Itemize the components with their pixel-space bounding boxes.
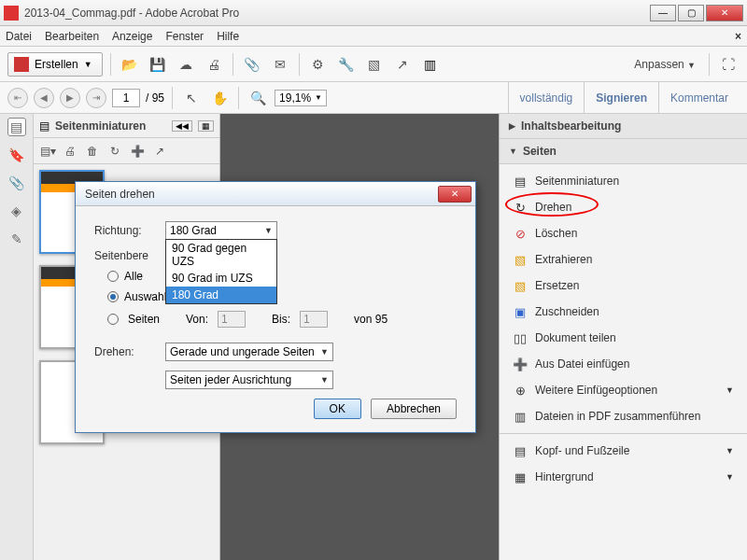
radio-pages[interactable]: Seiten Von: Bis: von 95 — [107, 311, 457, 328]
layers-icon[interactable]: ◈ — [7, 202, 26, 220]
link-vollstaendig[interactable]: vollständig — [508, 82, 585, 114]
close-button[interactable]: ✕ — [706, 5, 743, 21]
tool-seitenminiaturen[interactable]: ▤Seitenminiaturen — [500, 168, 747, 194]
maximize-button[interactable]: ▢ — [678, 5, 704, 21]
option-180[interactable]: 180 Grad — [166, 287, 276, 303]
menu-datei[interactable]: Datei — [6, 30, 32, 43]
tool-icon[interactable]: 🔧 — [335, 53, 358, 76]
zoom-combo[interactable]: 19,1% ▼ — [275, 90, 327, 106]
tool-drehen[interactable]: ↻Drehen — [500, 194, 747, 220]
panel-prev-button[interactable]: ◀◀ — [172, 120, 192, 132]
next-page-button[interactable]: ▶ — [60, 88, 80, 108]
attach-icon[interactable]: 📎 — [241, 53, 263, 76]
separator — [709, 53, 710, 76]
last-page-button[interactable]: ⇥ — [86, 88, 106, 108]
radio-icon — [107, 271, 119, 282]
tool-aus-datei-einfuegen[interactable]: ➕Aus Datei einfügen — [500, 351, 747, 377]
tool-weitere-einfuegeoptionen[interactable]: ⊕Weitere Einfügeoptionen▼ — [500, 377, 747, 403]
prev-page-button[interactable]: ◀ — [34, 88, 54, 108]
separator — [172, 87, 173, 109]
thumb-delete-icon[interactable]: 🗑 — [84, 143, 101, 160]
fullscreen-icon[interactable]: ⛶ — [717, 53, 740, 76]
radio-selection[interactable]: Auswahl — [107, 290, 457, 303]
tool-extrahieren[interactable]: ▧Extrahieren — [500, 246, 747, 273]
cancel-button[interactable]: Abbrechen — [371, 399, 457, 419]
customize-button[interactable]: Anpassen ▼ — [628, 58, 701, 71]
tool-hintergrund[interactable]: ▦Hintergrund▼ — [500, 464, 747, 490]
dialog-close-button[interactable]: ✕ — [438, 186, 472, 203]
thumb-insert-icon[interactable]: ➕ — [129, 143, 146, 160]
thumb-rotate-icon[interactable]: ↻ — [106, 143, 123, 160]
tool-loeschen[interactable]: ⊘Löschen — [500, 220, 747, 246]
to-input[interactable] — [300, 311, 328, 328]
bookmark-icon[interactable]: 🔖 — [7, 146, 26, 164]
direction-combo[interactable]: 180 Grad ▼ 90 Grad gegen UZS 90 Grad im … — [165, 221, 277, 240]
toolbar-primary: Erstellen ▼ 📂 💾 ☁ 🖨 📎 ✉ ⚙ 🔧 ▧ ↗ ▥ Anpass… — [0, 47, 747, 82]
export-icon[interactable]: ↗ — [391, 53, 414, 76]
parity-combo[interactable]: Gerade und ungerade Seiten ▼ — [165, 343, 333, 361]
zoom-value: 19,1% — [279, 91, 311, 105]
panel-menu-button[interactable]: ▦ — [198, 120, 214, 132]
delete-icon: ⊘ — [513, 226, 528, 241]
crop-icon: ▣ — [513, 304, 528, 319]
tool-zusammenfuehren[interactable]: ▥Dateien in PDF zusammenführen — [500, 403, 747, 429]
dialog-title: Seiten drehen — [85, 188, 438, 201]
thumbnails-icon[interactable]: ▤ — [7, 118, 26, 136]
from-input[interactable] — [218, 311, 246, 328]
tool-kopf-fusszeile[interactable]: ▤Kopf- und Fußzeile▼ — [500, 438, 747, 464]
background-icon: ▦ — [513, 469, 528, 484]
option-90-ccw[interactable]: 90 Grad gegen UZS — [166, 240, 276, 270]
ocr-icon[interactable]: ▧ — [363, 53, 386, 76]
hand-tool-icon[interactable]: ✋ — [208, 87, 231, 109]
gear-icon[interactable]: ⚙ — [307, 53, 330, 76]
extract-icon: ▧ — [513, 252, 528, 267]
link-kommentar[interactable]: Kommentar — [658, 82, 740, 114]
tool-zuschneiden[interactable]: ▣Zuschneiden — [500, 299, 747, 325]
chevron-down-icon: ▼ — [315, 93, 322, 102]
link-signieren[interactable]: Signieren — [584, 82, 658, 114]
color-icon[interactable]: ▥ — [419, 53, 442, 76]
minimize-button[interactable]: — — [650, 5, 676, 21]
chevron-right-icon: ▶ — [509, 121, 515, 131]
toolbar-navigation: ⇤ ◀ ▶ ⇥ / 95 ↖ ✋ 🔍 19,1% ▼ vollständig S… — [0, 82, 747, 114]
option-90-cw[interactable]: 90 Grad im UZS — [166, 270, 276, 287]
menu-anzeige[interactable]: Anzeige — [112, 30, 152, 43]
select-tool-icon[interactable]: ↖ — [180, 87, 203, 109]
mail-icon[interactable]: ✉ — [269, 53, 291, 76]
orientation-combo[interactable]: Seiten jeder Ausrichtung ▼ — [165, 371, 333, 389]
create-button[interactable]: Erstellen ▼ — [7, 52, 103, 77]
menubar-close-icon[interactable]: × — [735, 30, 741, 43]
attachment-icon[interactable]: 📎 — [7, 174, 26, 192]
combine-icon: ▥ — [513, 409, 528, 424]
section-inhaltsbearbeitung[interactable]: ▶ Inhaltsbearbeitung — [500, 114, 747, 139]
direction-value: 180 Grad — [170, 224, 217, 237]
rotate-icon: ↻ — [513, 200, 528, 215]
section-seiten[interactable]: ▼ Seiten — [500, 139, 747, 164]
split-icon: ▯▯ — [513, 330, 528, 345]
menu-bearbeiten[interactable]: Bearbeiten — [45, 30, 99, 43]
window-title: 2013-04_Commag.pdf - Adobe Acrobat Pro — [24, 7, 650, 20]
tool-dokument-teilen[interactable]: ▯▯Dokument teilen — [500, 325, 747, 351]
zoom-icon[interactable]: 🔍 — [247, 87, 269, 109]
chevron-down-icon: ▼ — [726, 385, 734, 395]
separator — [110, 53, 111, 76]
cloud-icon[interactable]: ☁ — [175, 53, 197, 76]
page-number-input[interactable] — [112, 89, 140, 107]
separator — [299, 53, 300, 76]
chevron-down-icon: ▼ — [509, 147, 517, 156]
first-page-button[interactable]: ⇤ — [7, 88, 28, 108]
ok-button[interactable]: OK — [314, 399, 361, 419]
dialog-titlebar[interactable]: Seiten drehen ✕ — [76, 182, 475, 206]
thumb-options-icon[interactable]: ▤▾ — [39, 143, 56, 160]
print-icon[interactable]: 🖨 — [203, 53, 225, 76]
signatures-icon[interactable]: ✎ — [7, 230, 26, 248]
menu-hilfe[interactable]: Hilfe — [217, 30, 239, 43]
thumb-extract-icon[interactable]: ↗ — [151, 143, 168, 160]
radio-all[interactable]: Alle — [107, 270, 457, 283]
open-icon[interactable]: 📂 — [119, 53, 141, 76]
pdf-icon — [14, 57, 29, 72]
save-icon[interactable]: 💾 — [147, 53, 169, 76]
thumb-print-icon[interactable]: 🖨 — [62, 143, 78, 160]
menu-fenster[interactable]: Fenster — [165, 30, 204, 43]
tool-ersetzen[interactable]: ▧Ersetzen — [500, 273, 747, 299]
